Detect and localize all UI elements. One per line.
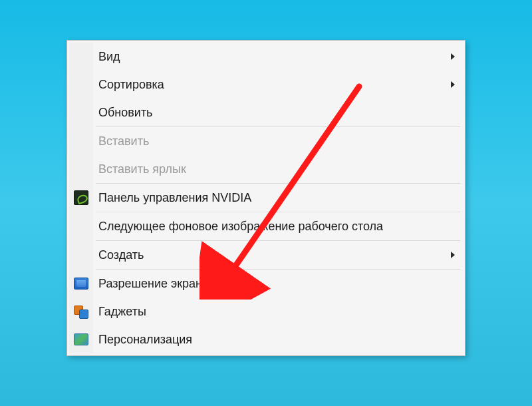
nvidia-icon: [74, 190, 88, 205]
menu-item-label: Персонализация: [98, 333, 444, 347]
menu-item-next-bg[interactable]: Следующее фоновое изображение рабочего с…: [69, 212, 463, 240]
chevron-right-icon: [451, 252, 455, 258]
menu-item-label: Гаджеты: [98, 305, 444, 319]
chevron-right-icon: [451, 81, 455, 88]
menu-item-label: Обновить: [98, 106, 444, 120]
menu-item-label: Сортировка: [98, 78, 444, 92]
menu-item-paste: Вставить: [69, 127, 463, 155]
personalize-icon: [74, 332, 88, 347]
desktop-context-menu: ВидСортировкаОбновитьВставитьВставить яр…: [66, 40, 466, 356]
menu-item-label: Следующее фоновое изображение рабочего с…: [98, 220, 444, 234]
menu-item-refresh[interactable]: Обновить: [69, 99, 463, 126]
gadgets-icon: [74, 304, 88, 319]
menu-item-label: Вставить: [98, 134, 444, 148]
menu-item-new[interactable]: Создать: [69, 241, 463, 269]
menu-item-label: Создать: [98, 248, 444, 262]
menu-item-label: Разрешение экрана: [98, 277, 444, 291]
menu-item-view[interactable]: Вид: [69, 43, 463, 71]
menu-item-label: Вставить ярлык: [98, 162, 444, 176]
menu-item-personalize[interactable]: Персонализация: [69, 325, 463, 353]
resolution-icon: [74, 276, 88, 291]
menu-item-label: Панель управления NVIDIA: [98, 191, 444, 205]
menu-item-sort[interactable]: Сортировка: [69, 71, 463, 99]
menu-item-resolution[interactable]: Разрешение экрана: [69, 270, 463, 298]
menu-item-nvidia[interactable]: Панель управления NVIDIA: [69, 184, 463, 212]
menu-item-gadgets[interactable]: Гаджеты: [69, 298, 463, 325]
menu-item-label: Вид: [98, 50, 444, 64]
menu-item-paste-short: Вставить ярлык: [69, 155, 463, 183]
chevron-right-icon: [451, 53, 455, 60]
